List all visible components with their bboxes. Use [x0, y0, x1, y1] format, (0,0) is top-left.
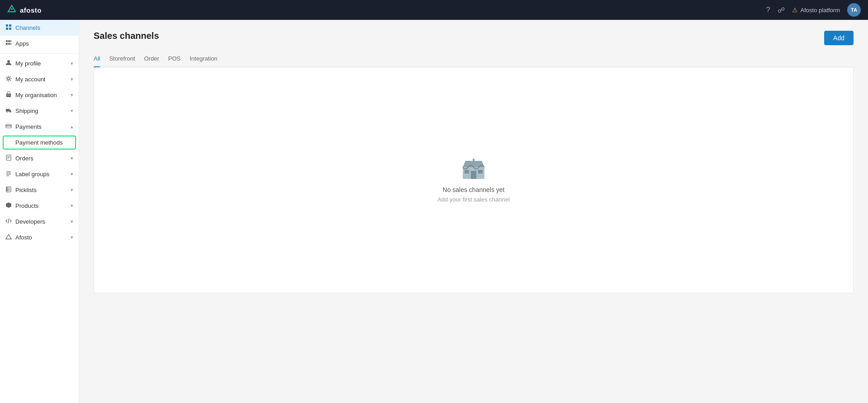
empty-state-title: No sales channels yet — [443, 186, 505, 193]
my-organisation-icon — [5, 91, 12, 99]
sidebar-item-my-profile[interactable]: My profile ▾ — [0, 56, 79, 71]
page-title: Sales channels — [94, 31, 159, 41]
svg-rect-10 — [8, 43, 10, 45]
svg-rect-42 — [478, 170, 483, 173]
shipping-chevron: ▾ — [71, 108, 73, 114]
svg-point-19 — [10, 112, 11, 113]
sidebar-item-picklists-label: Picklists — [15, 187, 67, 193]
top-nav: afosto ? ☍ ⚠ Afosto platform TA — [0, 0, 868, 20]
platform-label: Afosto platform — [801, 7, 840, 14]
payment-methods-label: Payment methods — [15, 139, 63, 146]
my-profile-chevron: ▾ — [71, 61, 73, 66]
page-header: Sales channels Add — [94, 31, 854, 45]
sidebar-item-afosto-label: Afosto — [15, 234, 67, 241]
sidebar-item-picklists[interactable]: Picklists ▾ — [0, 182, 79, 198]
orders-chevron: ▾ — [71, 155, 73, 161]
svg-rect-17 — [6, 109, 9, 112]
sidebar-item-orders[interactable]: Orders ▾ — [0, 150, 79, 166]
sidebar-item-apps[interactable]: Apps — [0, 36, 79, 52]
sidebar-item-label-groups[interactable]: Label groups ▾ — [0, 166, 79, 182]
sidebar-item-channels-label: Channels — [15, 24, 73, 31]
tab-integration[interactable]: Integration — [190, 52, 217, 67]
main-content: Sales channels Add All Storefront Order … — [79, 20, 868, 403]
svg-rect-8 — [10, 40, 11, 42]
add-button[interactable]: Add — [824, 31, 854, 45]
sidebar-item-apps-label: Apps — [15, 40, 73, 47]
empty-state-icon — [461, 157, 486, 179]
svg-rect-40 — [471, 171, 476, 179]
avatar-text: TA — [851, 7, 857, 13]
tab-pos[interactable]: POS — [168, 52, 180, 67]
orders-icon — [5, 155, 12, 162]
channels-icon — [5, 24, 12, 32]
svg-rect-3 — [9, 24, 11, 27]
sidebar-item-developers[interactable]: Developers ▾ — [0, 214, 79, 230]
svg-rect-21 — [6, 126, 11, 127]
developers-chevron: ▾ — [71, 219, 73, 225]
sidebar-item-my-account-label: My account — [15, 76, 67, 83]
sidebar-item-my-organisation[interactable]: My organisation ▾ — [0, 87, 79, 103]
logo-area: afosto — [7, 5, 42, 16]
afosto-sidebar-icon — [5, 234, 12, 241]
svg-marker-38 — [6, 234, 11, 239]
main-layout: Channels Apps My profile ▾ — [0, 20, 868, 403]
tab-storefront[interactable]: Storefront — [109, 52, 135, 67]
svg-rect-43 — [473, 159, 474, 162]
svg-rect-9 — [6, 43, 8, 45]
tab-all[interactable]: All — [94, 52, 100, 67]
chat-icon[interactable]: ☍ — [778, 6, 785, 14]
my-organisation-chevron: ▾ — [71, 92, 73, 98]
warning-icon: ⚠ — [792, 6, 798, 14]
sidebar-item-developers-label: Developers — [15, 218, 67, 225]
content-area: No sales channels yet Add your first sal… — [94, 67, 854, 293]
svg-point-35 — [7, 189, 8, 190]
afosto-chevron: ▾ — [71, 234, 73, 240]
sidebar-item-products-label: Products — [15, 202, 67, 209]
help-icon[interactable]: ? — [766, 6, 770, 14]
sidebar-item-channels[interactable]: Channels — [0, 20, 79, 36]
sidebar-item-orders-label: Orders — [15, 155, 67, 162]
products-icon — [5, 202, 12, 210]
label-groups-icon — [5, 170, 12, 178]
tab-order[interactable]: Order — [144, 52, 159, 67]
logo-text: afosto — [20, 6, 42, 14]
sidebar-item-afosto[interactable]: Afosto ▾ — [0, 230, 79, 245]
svg-point-18 — [7, 112, 8, 113]
user-avatar[interactable]: TA — [847, 3, 861, 17]
svg-point-12 — [7, 60, 10, 63]
my-account-chevron: ▾ — [71, 76, 73, 82]
afosto-logo-icon — [7, 5, 16, 16]
tabs-bar: All Storefront Order POS Integration — [94, 52, 854, 67]
topnav-right: ? ☍ ⚠ Afosto platform TA — [766, 3, 861, 17]
picklists-icon — [5, 186, 12, 194]
sidebar-item-my-account[interactable]: My account ▾ — [0, 71, 79, 87]
svg-rect-6 — [6, 40, 8, 42]
svg-rect-2 — [6, 24, 8, 27]
svg-line-37 — [8, 219, 9, 223]
my-profile-icon — [5, 60, 12, 67]
payments-chevron: ▴ — [71, 124, 73, 130]
svg-rect-5 — [9, 28, 11, 30]
sidebar-item-payments-label: Payments — [15, 123, 67, 130]
sidebar-item-label-groups-label: Label groups — [15, 171, 67, 178]
developers-icon — [5, 218, 12, 225]
sidebar-item-products[interactable]: Products ▾ — [0, 198, 79, 214]
svg-rect-41 — [465, 170, 469, 173]
platform-selector[interactable]: ⚠ Afosto platform — [792, 6, 840, 14]
sidebar-item-shipping-label: Shipping — [15, 108, 67, 114]
my-account-icon — [5, 75, 12, 83]
payment-methods-container: Payment methods — [0, 135, 79, 150]
svg-rect-4 — [6, 28, 8, 30]
empty-state-subtitle: Add your first sales channel — [437, 196, 510, 203]
sidebar-sub-item-payment-methods[interactable]: Payment methods — [3, 136, 76, 150]
picklists-chevron: ▾ — [71, 187, 73, 193]
sidebar-item-my-organisation-label: My organisation — [15, 92, 67, 98]
label-groups-chevron: ▾ — [71, 171, 73, 177]
svg-rect-11 — [10, 43, 11, 45]
payments-icon — [5, 123, 12, 131]
products-chevron: ▾ — [71, 203, 73, 209]
shipping-icon — [5, 107, 12, 115]
sidebar-item-payments[interactable]: Payments ▴ — [0, 119, 79, 135]
sidebar-item-shipping[interactable]: Shipping ▾ — [0, 103, 79, 119]
apps-icon — [5, 40, 12, 47]
